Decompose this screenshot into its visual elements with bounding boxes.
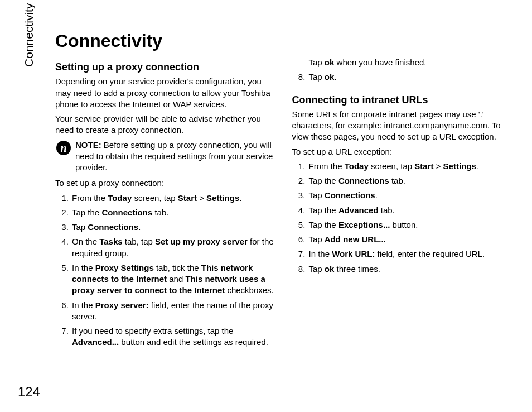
- proxy-step-8: Tap ok.: [308, 71, 516, 83]
- note-block: n NOTE: Before setting up a proxy connec…: [55, 140, 279, 174]
- intranet-step-6: Tap Add new URL...: [308, 234, 516, 245]
- sidebar-section-label: Connectivity: [22, 3, 36, 67]
- intranet-step-3: Tap Connections.: [308, 190, 516, 201]
- proxy-step-6: In the Proxy server: field, enter the na…: [71, 300, 279, 323]
- note-label: NOTE:: [75, 140, 101, 150]
- right-column: Tap ok when you have finished. Tap ok. C…: [292, 57, 516, 404]
- intranet-step-1: From the Today screen, tap Start > Setti…: [308, 161, 516, 172]
- proxy-list-lead: To set up a proxy connection:: [55, 178, 279, 189]
- proxy-step-5: In the Proxy Settings tab, tick the This…: [71, 262, 279, 296]
- intro-paragraph-2: Your service provider will be able to ad…: [55, 113, 279, 136]
- proxy-steps-list: From the Today screen, tap Start > Setti…: [55, 193, 279, 348]
- note-body: Before setting up a proxy connection, yo…: [75, 140, 273, 173]
- page-frame: Connectivity Setting up a proxy connecti…: [45, 14, 515, 404]
- proxy-steps-list-cont: Tap ok.: [292, 71, 516, 83]
- note-icon: n: [56, 141, 71, 155]
- page-title: Connectivity: [55, 31, 515, 51]
- intranet-step-7: In the Work URL: field, enter the requir…: [308, 248, 516, 260]
- proxy-step-2: Tap the Connections tab.: [71, 207, 279, 218]
- subheading-proxy: Setting up a proxy connection: [55, 60, 279, 74]
- intranet-step-5: Tap the Exceptions... button.: [308, 219, 516, 231]
- proxy-step-4: On the Tasks tab, tap Set up my proxy se…: [71, 236, 279, 259]
- intro-paragraph-1: Depending on your service provider's con…: [55, 76, 279, 110]
- proxy-step-7: If you need to specify extra settings, t…: [71, 325, 279, 348]
- intranet-step-2: Tap the Connections tab.: [308, 175, 516, 186]
- intranet-step-8: Tap ok three times.: [308, 264, 516, 275]
- proxy-step-1: From the Today screen, tap Start > Setti…: [71, 193, 279, 204]
- intranet-step-4: Tap the Advanced tab.: [308, 205, 516, 216]
- left-column: Setting up a proxy connection Depending …: [55, 57, 279, 404]
- proxy-step-7-continued: Tap ok when you have finished.: [292, 57, 516, 68]
- subheading-intranet: Connecting to intranet URLs: [292, 93, 516, 107]
- page-number: 124: [18, 384, 40, 400]
- content-area: Connectivity Setting up a proxy connecti…: [45, 14, 515, 404]
- intranet-intro: Some URLs for corporate intranet pages m…: [292, 109, 516, 143]
- proxy-step-3: Tap Connections.: [71, 222, 279, 233]
- intranet-steps-list: From the Today screen, tap Start > Setti…: [292, 161, 516, 275]
- note-text: NOTE: Before setting up a proxy connecti…: [75, 140, 279, 174]
- intranet-list-lead: To set up a URL exception:: [292, 146, 516, 157]
- two-column-layout: Setting up a proxy connection Depending …: [55, 57, 515, 404]
